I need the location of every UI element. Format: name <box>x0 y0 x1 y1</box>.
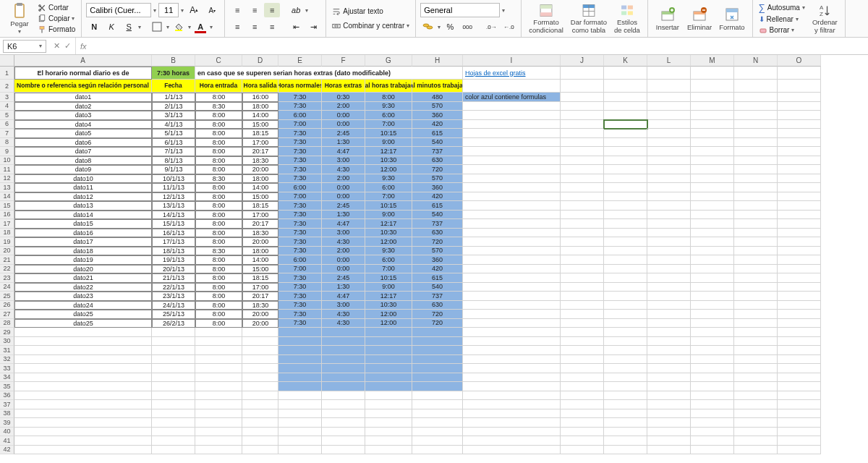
font-size-input[interactable] <box>158 3 179 17</box>
cell[interactable] <box>778 174 821 184</box>
row-header[interactable]: 40 <box>0 428 14 437</box>
cell[interactable]: 10:30 <box>365 156 412 166</box>
cell[interactable]: dato23 <box>14 292 152 301</box>
cell[interactable] <box>647 183 691 192</box>
cell[interactable] <box>561 129 604 138</box>
cell[interactable] <box>734 111 778 120</box>
cell[interactable] <box>734 446 778 455</box>
cell[interactable]: Horas normales <box>278 80 322 93</box>
cell[interactable] <box>647 80 691 93</box>
col-header-K[interactable]: K <box>604 55 647 67</box>
cell[interactable] <box>152 382 195 391</box>
cell[interactable] <box>604 247 647 256</box>
cell[interactable] <box>14 400 152 409</box>
cell[interactable]: 360 <box>412 111 463 120</box>
cell[interactable]: 9:00 <box>365 211 412 220</box>
cell[interactable]: 630 <box>412 156 463 166</box>
col-header-F[interactable]: F <box>322 55 365 67</box>
cell[interactable] <box>778 328 821 337</box>
cell[interactable] <box>778 237 821 247</box>
cell[interactable]: 7:00 <box>365 265 412 274</box>
cell[interactable] <box>463 310 561 319</box>
cell[interactable] <box>152 418 195 428</box>
cell[interactable]: dato12 <box>14 192 152 202</box>
cell[interactable]: 4:30 <box>322 310 365 319</box>
cell[interactable]: 2:45 <box>322 273 365 283</box>
cell[interactable]: Fecha <box>152 80 195 93</box>
cell[interactable]: dato24 <box>14 301 152 310</box>
cell[interactable] <box>778 283 821 292</box>
copy-button[interactable]: Copiar▾ <box>36 14 77 24</box>
cell[interactable] <box>152 446 195 455</box>
cell[interactable] <box>604 273 647 283</box>
cell[interactable] <box>647 211 691 220</box>
row-header[interactable]: 12 <box>0 174 14 184</box>
cell[interactable]: dato13 <box>14 201 152 211</box>
cell[interactable]: 4:47 <box>322 292 365 301</box>
cell[interactable]: 6:00 <box>278 183 322 192</box>
cell[interactable]: 8:30 <box>195 174 242 184</box>
cell[interactable] <box>734 67 778 80</box>
cell[interactable] <box>278 355 322 365</box>
cell[interactable]: 9:30 <box>365 102 412 111</box>
cell[interactable] <box>604 301 647 310</box>
cell[interactable] <box>778 400 821 409</box>
cell[interactable]: 8:00 <box>195 93 242 102</box>
cell[interactable] <box>463 192 561 202</box>
currency-button[interactable] <box>420 20 436 34</box>
cell[interactable] <box>734 328 778 337</box>
cell[interactable] <box>647 364 691 373</box>
cell[interactable] <box>561 328 604 337</box>
cell[interactable] <box>604 174 647 184</box>
cell[interactable]: 20:17 <box>242 292 278 301</box>
cell[interactable] <box>778 391 821 401</box>
cell[interactable] <box>691 129 734 138</box>
cell[interactable] <box>604 120 647 129</box>
cell[interactable] <box>647 229 691 238</box>
row-header[interactable]: 1 <box>0 67 14 80</box>
cell[interactable] <box>604 255 647 265</box>
cell[interactable] <box>734 102 778 111</box>
cell[interactable] <box>412 436 463 446</box>
cell[interactable]: 8:00 <box>195 265 242 274</box>
cell[interactable] <box>734 156 778 166</box>
cell[interactable]: 18:30 <box>242 156 278 166</box>
cell[interactable] <box>412 428 463 437</box>
cell[interactable] <box>463 201 561 211</box>
cell[interactable]: 18:15 <box>242 273 278 283</box>
cell[interactable]: 22/1/13 <box>152 283 195 292</box>
cell[interactable] <box>322 382 365 391</box>
cell[interactable]: 8:00 <box>195 138 242 148</box>
cell[interactable] <box>691 120 734 129</box>
cell[interactable] <box>647 355 691 365</box>
cell[interactable] <box>242 355 278 365</box>
cell[interactable] <box>604 192 647 202</box>
cell[interactable]: 20:17 <box>242 147 278 156</box>
row-header[interactable]: 5 <box>0 111 14 120</box>
cell[interactable] <box>604 129 647 138</box>
cell[interactable] <box>734 337 778 347</box>
cell[interactable] <box>778 409 821 419</box>
fill-button[interactable]: ⬇Rellenar▾ <box>757 14 807 24</box>
cell[interactable]: 16/1/13 <box>152 229 195 238</box>
cell[interactable] <box>691 111 734 120</box>
row-header[interactable]: 11 <box>0 165 14 174</box>
cell[interactable] <box>604 337 647 347</box>
cell[interactable]: El horario normal diario es de <box>14 67 152 80</box>
cell[interactable] <box>691 273 734 283</box>
cell[interactable]: 10:30 <box>365 229 412 238</box>
cell[interactable] <box>561 93 604 102</box>
cell[interactable]: 2/1/13 <box>152 102 195 111</box>
cell[interactable] <box>561 265 604 274</box>
cell[interactable] <box>604 211 647 220</box>
cell[interactable]: dato22 <box>14 283 152 292</box>
cell[interactable] <box>647 255 691 265</box>
cell[interactable] <box>412 382 463 391</box>
cell[interactable]: 18:00 <box>242 174 278 184</box>
cell[interactable] <box>778 382 821 391</box>
cell[interactable] <box>691 247 734 256</box>
cell[interactable] <box>778 120 821 129</box>
cell[interactable]: 8/1/13 <box>152 156 195 166</box>
row-header[interactable]: 23 <box>0 273 14 283</box>
cell[interactable]: dato6 <box>14 138 152 148</box>
